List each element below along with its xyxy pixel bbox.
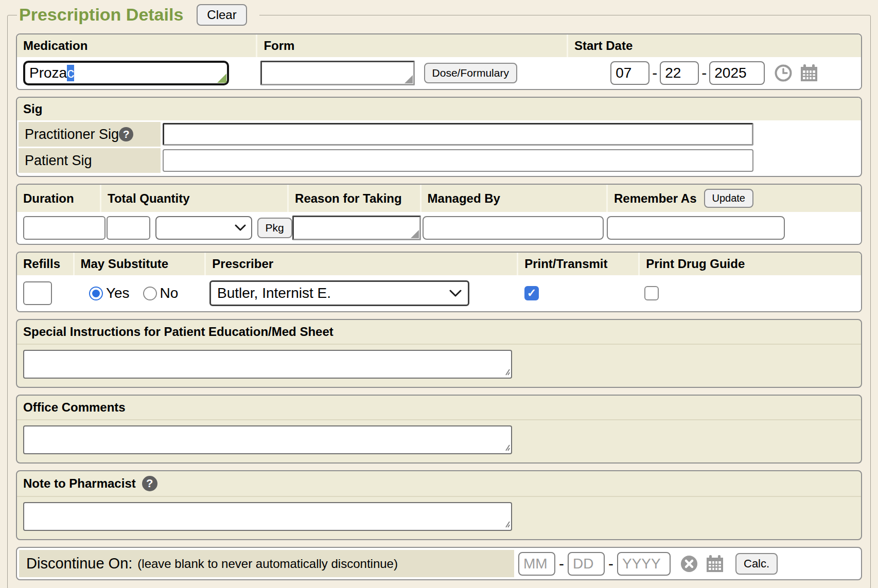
reason-input[interactable] [292,216,421,240]
duration-input[interactable] [23,216,106,240]
special-instructions-section: Special Instructions for Patient Educati… [16,319,862,388]
medication-section-body: Prozac Dose/Formulary - - [17,57,861,89]
print-transmit-checkbox[interactable] [524,286,539,300]
note-to-pharmacist-header-row: Note to Pharmacist ? [17,471,861,497]
resize-corner-icon [405,75,413,83]
practitioner-sig-label-cell: Practitioner Sig? [19,122,161,147]
office-comments-section: Office Comments [16,395,862,464]
clear-button[interactable]: Clear [197,4,247,26]
remember-as-column-header: Remember As Update [608,185,861,212]
discontinue-year-input[interactable] [617,552,671,576]
patient-sig-label: Patient Sig [25,153,92,169]
may-substitute-no-radio[interactable] [143,287,157,300]
refills-section: Refills May Substitute Prescriber Print/… [16,252,862,312]
duration-column-header: Duration [17,185,101,212]
note-to-pharmacist-header: Note to Pharmacist [23,476,136,491]
discontinue-hint: (leave blank to never automatically disc… [137,557,398,571]
office-comments-header: Office Comments [17,396,861,420]
date-separator: - [608,555,613,573]
prescriber-column-header: Prescriber [206,253,518,275]
medication-value: Proza [29,65,67,81]
total-quantity-column-header: Total Quantity [101,185,289,212]
may-substitute-yes-radio[interactable] [89,287,103,300]
reason-column-header: Reason for Taking [289,185,421,212]
special-instructions-header: Special Instructions for Patient Educati… [17,320,861,345]
start-date-column-header: Start Date [568,34,861,57]
page-title: Prescription Details [19,5,183,24]
discontinue-month-input[interactable] [518,552,555,576]
office-comments-textarea[interactable] [23,425,512,454]
refills-column-header: Refills [17,253,75,275]
may-substitute-yes-label[interactable]: Yes [106,285,130,301]
autocomplete-corner-icon [217,74,226,83]
date-separator: - [559,555,564,573]
calendar-icon[interactable] [799,63,819,83]
calc-button[interactable]: Calc. [735,553,778,575]
practitioner-sig-row: Practitioner Sig? [19,122,859,147]
quantity-input[interactable] [107,216,150,240]
medication-section-header: Medication Form Start Date [17,34,861,57]
calendar-icon[interactable] [705,554,725,574]
patient-sig-row: Patient Sig [19,148,859,173]
clear-date-icon[interactable] [680,555,698,573]
resize-corner-icon [411,230,419,238]
managed-by-column-header: Managed By [422,185,608,212]
start-day-input[interactable] [660,61,699,85]
start-month-input[interactable] [610,61,649,85]
medication-selection: c [67,65,74,81]
dose-formulary-button[interactable]: Dose/Formulary [424,63,517,83]
discontinue-label: Discontinue On: [26,555,132,572]
prescriber-value: Butler, Internist E. [217,285,331,301]
practitioner-sig-input[interactable] [163,123,753,146]
clock-icon[interactable] [774,64,793,82]
form-column-header: Form [257,34,568,57]
chevron-down-icon [235,224,246,231]
prescriber-select[interactable]: Butler, Internist E. [209,280,469,306]
details-section: Duration Total Quantity Reason for Takin… [16,184,862,245]
special-instructions-textarea[interactable] [23,350,512,379]
sig-section-header: Sig [17,98,861,120]
medication-column-header: Medication [17,34,257,57]
discontinue-day-input[interactable] [568,552,605,576]
may-substitute-no-label[interactable]: No [160,285,179,301]
medication-section: Medication Form Start Date Prozac Dose/F… [16,33,862,90]
managed-by-input[interactable] [423,216,604,240]
print-transmit-column-header: Print/Transmit [518,253,640,275]
may-substitute-column-header: May Substitute [75,253,206,275]
note-to-pharmacist-section: Note to Pharmacist ? [16,470,862,540]
discontinue-label-cell: Discontinue On: (leave blank to never au… [19,550,514,577]
remember-as-input[interactable] [607,216,785,240]
start-year-input[interactable] [709,61,765,85]
patient-sig-input[interactable] [163,149,753,172]
refills-input[interactable] [23,281,52,305]
help-icon[interactable]: ? [142,476,157,491]
print-drug-guide-column-header: Print Drug Guide [640,253,861,275]
note-to-pharmacist-textarea[interactable] [23,502,512,531]
print-drug-guide-checkbox[interactable] [644,286,659,300]
chevron-down-icon [449,290,462,297]
prescription-details-legend: Prescription Details Clear [17,4,259,26]
practitioner-sig-label: Practitioner Sig [25,127,119,142]
medication-input[interactable]: Prozac [23,61,229,85]
patient-sig-label-cell: Patient Sig [19,148,161,173]
help-icon[interactable]: ? [119,127,133,141]
date-separator: - [701,64,707,82]
prescription-details-fieldset: Prescription Details Clear Medication Fo… [7,4,871,588]
discontinue-section: Discontinue On: (leave blank to never au… [16,547,862,580]
date-separator: - [652,64,657,82]
remember-as-label: Remember As [614,191,697,206]
quantity-unit-select[interactable] [155,216,252,240]
pkg-button[interactable]: Pkg [257,218,292,238]
update-button[interactable]: Update [704,189,754,208]
sig-section: Sig Practitioner Sig? Patient Sig [16,97,862,177]
form-input[interactable] [260,61,415,85]
